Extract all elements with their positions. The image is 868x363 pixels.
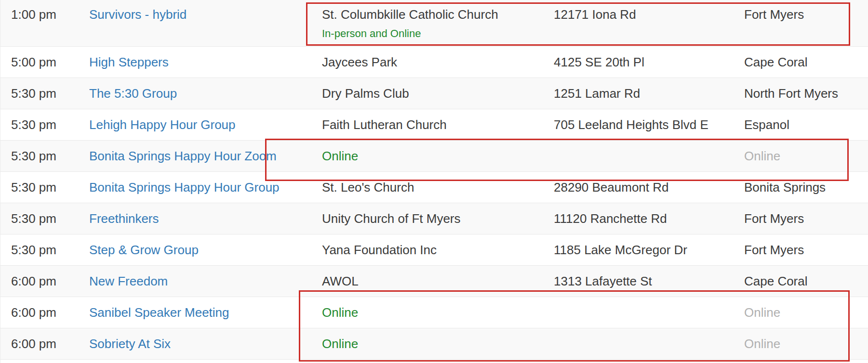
- meeting-city: Online: [744, 149, 868, 164]
- meeting-time: 5:30 pm: [0, 86, 89, 101]
- meeting-time: 6:00 pm: [0, 337, 89, 351]
- meeting-row: 6:00 pm New Freedom AWOL 1313 Lafayette …: [0, 266, 868, 297]
- meeting-name-cell: High Steppers: [89, 55, 322, 70]
- meeting-time: 6:00 pm: [0, 274, 89, 289]
- meeting-time: 5:30 pm: [0, 243, 89, 258]
- meeting-city: Fort Myers: [744, 243, 868, 258]
- meeting-name-cell: Survivors - hybrid: [89, 0, 322, 22]
- meeting-name-link[interactable]: Freethinkers: [89, 211, 159, 226]
- meeting-time: 1:00 pm: [0, 0, 89, 22]
- meeting-location: Online: [322, 149, 554, 164]
- meeting-row: 5:30 pm Step & Grow Group Yana Foundatio…: [0, 234, 868, 266]
- meeting-city: Fort Myers: [744, 0, 868, 22]
- meeting-city: Fort Myers: [744, 211, 868, 226]
- meeting-location-cell: Dry Palms Club: [322, 86, 554, 101]
- meeting-address: 1185 Lake McGregor Dr: [554, 243, 744, 258]
- meeting-time: 5:30 pm: [0, 149, 89, 164]
- meeting-location: Online: [322, 337, 554, 351]
- meeting-location: Yana Foundation Inc: [322, 243, 554, 258]
- meeting-address: 4125 SE 20th Pl: [554, 55, 744, 70]
- meeting-location-cell: Yana Foundation Inc: [322, 243, 554, 258]
- meeting-name-link[interactable]: Bonita Springs Happy Hour Group: [89, 180, 280, 194]
- meeting-name-link[interactable]: Survivors - hybrid: [89, 7, 187, 22]
- meeting-name-link[interactable]: Sanibel Speaker Meeting: [89, 305, 229, 320]
- meeting-location: Unity Church of Ft Myers: [322, 211, 554, 226]
- meeting-row: 6:00 pm Sanibel Speaker Meeting Online O…: [0, 297, 868, 328]
- meeting-location-cell: St. Leo's Church: [322, 180, 554, 195]
- meeting-row: 5:30 pm Bonita Springs Happy Hour Group …: [0, 172, 868, 203]
- meeting-name-link[interactable]: Lehigh Happy Hour Group: [89, 117, 236, 132]
- meeting-name-cell: Sobriety At Six: [89, 337, 322, 351]
- meeting-address: 28290 Beaumont Rd: [554, 180, 744, 195]
- meeting-location-cell: Faith Lutheran Church: [322, 117, 554, 132]
- meeting-location-cell: Unity Church of Ft Myers: [322, 211, 554, 226]
- meeting-location: St. Columbkille Catholic Church: [322, 7, 554, 22]
- meeting-name-link[interactable]: The 5:30 Group: [89, 86, 177, 101]
- meeting-row: 5:30 pm Freethinkers Unity Church of Ft …: [0, 203, 868, 234]
- meeting-location-cell: Online: [322, 149, 554, 164]
- meeting-name-cell: Bonita Springs Happy Hour Group: [89, 180, 322, 195]
- meeting-city: Cape Coral: [744, 55, 868, 70]
- meeting-time: 5:00 pm: [0, 55, 89, 70]
- meeting-name-link[interactable]: Sobriety At Six: [89, 337, 171, 351]
- meeting-location-cell: St. Columbkille Catholic Church In-perso…: [322, 0, 554, 40]
- meeting-name-cell: The 5:30 Group: [89, 86, 322, 101]
- meeting-row: 5:30 pm The 5:30 Group Dry Palms Club 12…: [0, 78, 868, 109]
- meeting-location-cell: Online: [322, 337, 554, 351]
- meeting-location-cell: Jaycees Park: [322, 55, 554, 70]
- meeting-city: Online: [744, 337, 868, 351]
- meeting-location-cell: Online: [322, 305, 554, 320]
- meeting-address: 11120 Ranchette Rd: [554, 211, 744, 226]
- meeting-location: Online: [322, 305, 554, 320]
- meeting-location: Dry Palms Club: [322, 86, 554, 101]
- meeting-location: Jaycees Park: [322, 55, 554, 70]
- meeting-name-cell: Lehigh Happy Hour Group: [89, 117, 322, 132]
- meeting-name-link[interactable]: High Steppers: [89, 55, 169, 69]
- meeting-city: Bonita Springs: [744, 180, 868, 195]
- meeting-schedule-page: 1:00 pm Survivors - hybrid St. Columbkil…: [0, 0, 868, 363]
- meeting-city: North Fort Myers: [744, 86, 868, 101]
- meeting-location-cell: AWOL: [322, 274, 554, 289]
- meeting-name-cell: Bonita Springs Happy Hour Zoom: [89, 149, 322, 164]
- meeting-location: St. Leo's Church: [322, 180, 554, 195]
- meeting-city: Espanol: [744, 117, 868, 132]
- meeting-name-link[interactable]: Bonita Springs Happy Hour Zoom: [89, 149, 277, 163]
- meeting-time: 5:30 pm: [0, 117, 89, 132]
- meeting-city: Cape Coral: [744, 274, 868, 289]
- meeting-address: 1251 Lamar Rd: [554, 86, 744, 101]
- meeting-row: 5:30 pm Bonita Springs Happy Hour Zoom O…: [0, 141, 868, 172]
- meeting-name-link[interactable]: Step & Grow Group: [89, 243, 199, 257]
- meeting-location: AWOL: [322, 274, 554, 289]
- meeting-name-link[interactable]: New Freedom: [89, 274, 168, 288]
- meeting-time: 5:30 pm: [0, 180, 89, 195]
- meeting-location: Faith Lutheran Church: [322, 117, 554, 132]
- meeting-address: 12171 Iona Rd: [554, 0, 744, 22]
- meeting-time: 6:00 pm: [0, 305, 89, 320]
- meeting-name-cell: Step & Grow Group: [89, 243, 322, 258]
- meeting-list-table: 1:00 pm Survivors - hybrid St. Columbkil…: [0, 0, 868, 363]
- meeting-row: 6:00 pm Sobriety At Six Online Online: [0, 328, 868, 360]
- meeting-row: 1:00 pm Survivors - hybrid St. Columbkil…: [0, 0, 868, 47]
- meeting-attendance-note: In-person and Online: [322, 27, 554, 40]
- meeting-row: 5:00 pm High Steppers Jaycees Park 4125 …: [0, 47, 868, 78]
- meeting-address: 1313 Lafayette St: [554, 274, 744, 289]
- meeting-city: Online: [744, 305, 868, 320]
- meeting-name-cell: Freethinkers: [89, 211, 322, 226]
- meeting-row: 5:30 pm Lehigh Happy Hour Group Faith Lu…: [0, 109, 868, 141]
- meeting-time: 5:30 pm: [0, 211, 89, 226]
- meeting-name-cell: New Freedom: [89, 274, 322, 289]
- meeting-address: 705 Leeland Heights Blvd E: [554, 117, 744, 132]
- meeting-name-cell: Sanibel Speaker Meeting: [89, 305, 322, 320]
